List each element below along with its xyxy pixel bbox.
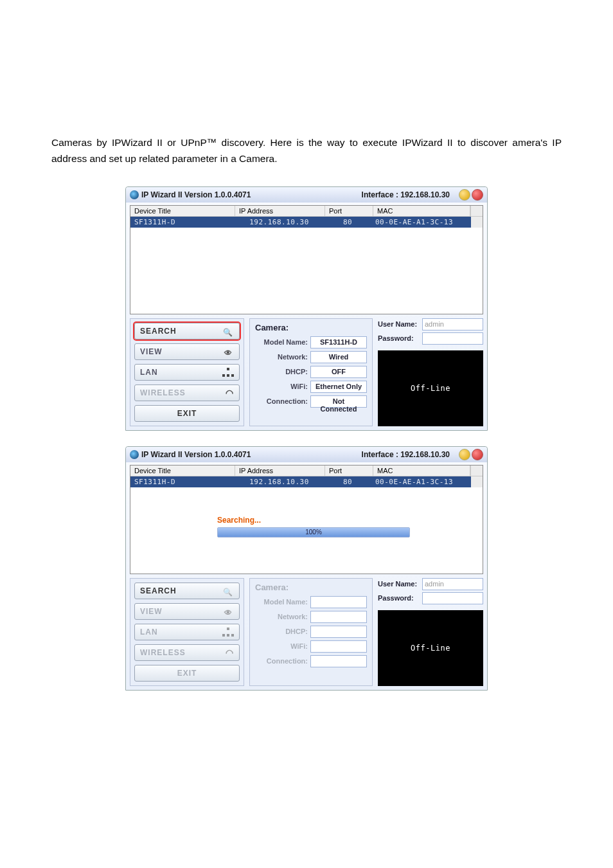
- grid-header: Device Title IP Address Port MAC: [130, 206, 483, 217]
- cell-device-title: SF1311H-D: [130, 476, 235, 487]
- sidebar: SEARCH VIEW LAN WIRELESS ◠ EXIT: [130, 318, 244, 426]
- lan-label: LAN: [140, 368, 158, 377]
- cell-port: 80: [324, 476, 371, 487]
- credentials-panel: User Name: admin Password: Off-Line: [378, 318, 483, 426]
- password-input[interactable]: [422, 592, 483, 604]
- dhcp-field: [310, 626, 367, 638]
- close-icon[interactable]: [472, 189, 483, 201]
- scrollbar-icon[interactable]: [470, 466, 483, 476]
- col-ip[interactable]: IP Address: [235, 206, 325, 216]
- wifi-icon: ◠: [226, 647, 234, 658]
- device-grid: Device Title IP Address Port MAC SF1311H…: [130, 465, 483, 574]
- model-name-field: [310, 596, 367, 608]
- wifi-field-label: WiFi:: [255, 383, 308, 390]
- grid-header: Device Title IP Address Port MAC: [130, 466, 483, 476]
- camera-section-title: Camera:: [255, 323, 367, 332]
- search-label: SEARCH: [140, 327, 177, 336]
- search-icon: [222, 327, 234, 336]
- connection-label: Connection:: [255, 657, 308, 665]
- cell-ip: 192.168.10.30: [235, 476, 324, 487]
- camera-panel: Camera: Model Name: SF1311H-D Network: W…: [249, 318, 373, 426]
- preview-status: Off-Line: [378, 610, 483, 686]
- ipwizard-window-2: IP Wizard II Version 1.0.0.4071 Interfac…: [125, 446, 488, 691]
- lan-button: LAN: [134, 624, 240, 640]
- wireless-label: WIRELESS: [140, 648, 186, 657]
- progress-bar: 100%: [217, 527, 410, 538]
- cell-mac: 00-0E-AE-A1-3C-13: [371, 217, 471, 228]
- password-label: Password:: [378, 594, 420, 602]
- username-label: User Name:: [378, 320, 420, 328]
- minimize-icon[interactable]: [459, 189, 470, 201]
- preview-status: Off-Line: [378, 350, 483, 426]
- wireless-button: WIRELESS ◠: [134, 644, 240, 661]
- model-name-label: Model Name:: [255, 598, 308, 606]
- col-mac[interactable]: MAC: [373, 206, 470, 216]
- lower-panel: SEARCH VIEW LAN WIRELESS ◠ EXIT Camera:: [130, 578, 483, 686]
- credentials-panel: User Name: admin Password: Off-Line: [378, 578, 483, 686]
- col-device-title[interactable]: Device Title: [130, 466, 235, 476]
- password-label: Password:: [378, 334, 420, 342]
- lan-icon: [222, 628, 234, 637]
- minimize-icon[interactable]: [459, 449, 470, 460]
- device-grid: Device Title IP Address Port MAC SF1311H…: [130, 205, 483, 314]
- cell-mac: 00-0E-AE-A1-3C-13: [371, 476, 471, 487]
- dhcp-field: OFF: [310, 366, 367, 378]
- search-button[interactable]: SEARCH: [134, 583, 240, 599]
- connection-field: Not Connected: [310, 395, 367, 408]
- wifi-field: Ethernet Only: [310, 381, 367, 393]
- lan-icon: [222, 368, 234, 377]
- col-ip[interactable]: IP Address: [235, 466, 325, 476]
- window-title: IP Wizard II Version 1.0.0.4071: [141, 450, 251, 459]
- username-label: User Name:: [378, 580, 420, 588]
- view-button[interactable]: VIEW: [134, 343, 240, 360]
- wifi-icon: ◠: [226, 388, 234, 398]
- app-icon: [130, 450, 139, 459]
- exit-label: EXIT: [177, 669, 197, 678]
- scroll-spacer: [471, 476, 483, 487]
- lower-panel: SEARCH VIEW LAN WIRELESS ◠ EXIT Camera:: [130, 318, 483, 426]
- scrollbar-icon[interactable]: [470, 206, 483, 216]
- intro-text: Cameras by IPWizard II or UPnP™ discover…: [51, 135, 562, 167]
- view-label: VIEW: [140, 347, 163, 356]
- wireless-label: WIRELESS: [140, 388, 186, 397]
- app-icon: [130, 190, 139, 199]
- camera-panel: Camera: Model Name: Network: DHCP: WiFi:…: [249, 578, 373, 686]
- view-label: VIEW: [140, 607, 163, 616]
- device-row[interactable]: SF1311H-D 192.168.10.30 80 00-0E-AE-A1-3…: [130, 217, 483, 228]
- network-field: Wired: [310, 351, 367, 363]
- lan-button[interactable]: LAN: [134, 364, 240, 381]
- dhcp-label: DHCP:: [255, 368, 308, 375]
- wireless-button[interactable]: WIRELESS ◠: [134, 384, 240, 401]
- network-label: Network:: [255, 353, 308, 361]
- cell-ip: 192.168.10.30: [235, 217, 324, 228]
- col-mac[interactable]: MAC: [373, 466, 470, 476]
- username-input[interactable]: admin: [422, 318, 483, 330]
- searching-label: Searching...: [217, 516, 410, 525]
- username-input[interactable]: admin: [422, 578, 483, 590]
- device-row[interactable]: SF1311H-D 192.168.10.30 80 00-0E-AE-A1-3…: [130, 476, 483, 487]
- interface-label: Interface : 192.168.10.30: [362, 190, 450, 199]
- col-port[interactable]: Port: [325, 206, 373, 216]
- search-button[interactable]: SEARCH: [134, 323, 240, 339]
- network-label: Network:: [255, 613, 308, 620]
- connection-label: Connection:: [255, 397, 308, 405]
- exit-button[interactable]: EXIT: [134, 665, 240, 682]
- progress-text: 100%: [218, 528, 409, 537]
- cell-port: 80: [324, 217, 371, 228]
- password-input[interactable]: [422, 332, 483, 345]
- eye-icon: [222, 347, 234, 356]
- exit-button[interactable]: EXIT: [134, 405, 240, 422]
- sidebar: SEARCH VIEW LAN WIRELESS ◠ EXIT: [130, 578, 244, 686]
- ipwizard-window-1: IP Wizard II Version 1.0.0.4071 Interfac…: [125, 186, 488, 431]
- col-port[interactable]: Port: [325, 466, 373, 476]
- titlebar: IP Wizard II Version 1.0.0.4071 Interfac…: [126, 447, 487, 462]
- eye-icon: [222, 607, 234, 616]
- titlebar: IP Wizard II Version 1.0.0.4071 Interfac…: [126, 187, 487, 203]
- wifi-field: [310, 640, 367, 653]
- close-icon[interactable]: [472, 449, 483, 460]
- col-device-title[interactable]: Device Title: [130, 206, 235, 216]
- camera-section-title: Camera:: [255, 583, 367, 592]
- connection-field: [310, 655, 367, 667]
- scroll-spacer: [471, 217, 483, 228]
- model-name-field: SF1311H-D: [310, 336, 367, 348]
